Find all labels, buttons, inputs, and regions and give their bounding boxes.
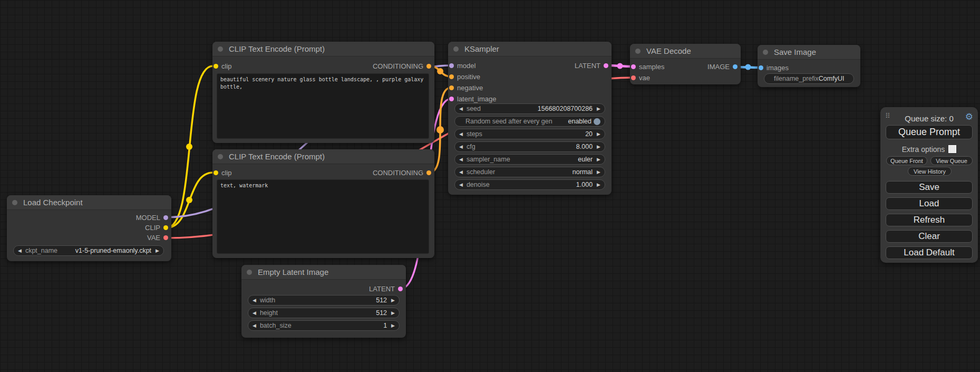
widget-random-seed-toggle[interactable]: Random seed after every gen enabled [454,116,605,127]
input-slot-model[interactable]: model [448,61,476,70]
node-title-bar[interactable]: CLIP Text Encode (Prompt) [212,42,434,56]
decrement-arrow-icon[interactable]: ◀ [459,132,463,137]
widget-batch-size[interactable]: ◀ batch_size 1 ▶ [248,320,400,331]
output-slot-latent[interactable]: LATENT [369,284,406,293]
negative-prompt-textarea[interactable]: text, watermark [217,179,429,254]
output-slot-image[interactable]: IMAGE [707,62,741,71]
clip-input-dot[interactable] [214,170,218,175]
settings-gear-icon[interactable]: ⚙ [965,111,973,122]
node-save-image[interactable]: Save Image images filename_prefix ComfyU… [758,45,860,87]
decrement-arrow-icon[interactable]: ◀ [18,249,22,253]
increment-arrow-icon[interactable]: ▶ [597,107,600,111]
conditioning-output-dot[interactable] [426,170,431,175]
node-load-checkpoint[interactable]: Load Checkpoint MODEL CLIP VAE ◀ ckpt_na… [7,195,171,261]
clear-button[interactable]: Clear [886,230,973,243]
node-title-bar[interactable]: KSampler [448,42,612,56]
node-vae-decode[interactable]: VAE Decode samples vae IMAGE [630,44,741,84]
load-button[interactable]: Load [886,197,973,210]
input-slot-clip[interactable]: clip [212,61,232,71]
node-ksampler[interactable]: KSampler model positive negative latent_… [448,42,612,195]
positive-input-dot[interactable] [449,74,454,79]
decrement-arrow-icon[interactable]: ◀ [459,145,463,149]
decrement-arrow-icon[interactable]: ◀ [253,311,256,316]
increment-arrow-icon[interactable]: ▶ [597,145,600,149]
decrement-arrow-icon[interactable]: ◀ [459,157,463,162]
node-title-bar[interactable]: Empty Latent Image [241,265,406,280]
widget-denoise[interactable]: ◀ denoise 1.000 ▶ [454,179,605,190]
positive-prompt-textarea[interactable]: beautiful scenery nature glass bottle la… [217,73,429,139]
conditioning-output-dot[interactable] [426,64,431,69]
output-slot-latent[interactable]: LATENT [575,61,612,70]
sampler-name-value: euler [578,156,593,163]
widget-scheduler[interactable]: ◀ scheduler normal ▶ [454,167,605,177]
widget-seed[interactable]: ◀ seed 156680208700286 ▶ [454,103,605,114]
decrement-arrow-icon[interactable]: ◀ [253,323,256,328]
node-title: Empty Latent Image [258,268,328,276]
queue-front-button[interactable]: Queue Front [886,156,927,165]
widget-width[interactable]: ◀ width 512 ▶ [248,295,400,306]
load-default-button[interactable]: Load Default [886,246,973,259]
latent-output-dot[interactable] [604,63,608,68]
image-output-dot[interactable] [733,64,738,69]
model-output-dot[interactable] [163,215,168,220]
node-clip-text-encode-negative[interactable]: CLIP Text Encode (Prompt) clip CONDITION… [212,149,434,258]
increment-arrow-icon[interactable]: ▶ [597,157,600,162]
link-dot [437,68,443,74]
view-queue-button[interactable]: View Queue [930,156,973,165]
node-title-bar[interactable]: Load Checkpoint [7,195,171,210]
node-empty-latent-image[interactable]: Empty Latent Image LATENT ◀ width 512 ▶ … [241,265,406,338]
node-graph-canvas[interactable]: Load Checkpoint MODEL CLIP VAE ◀ ckpt_na… [0,0,980,372]
vae-input-dot[interactable] [631,75,636,80]
input-slot-vae[interactable]: vae [630,73,650,82]
input-slot-positive[interactable]: positive [448,72,480,81]
decrement-arrow-icon[interactable]: ◀ [459,183,463,187]
refresh-button[interactable]: Refresh [886,214,973,226]
samples-input-dot[interactable] [631,64,636,69]
view-history-button[interactable]: View History [908,167,952,176]
widget-height[interactable]: ◀ height 512 ▶ [248,308,400,318]
images-input-dot[interactable] [759,65,763,70]
output-slot-vae[interactable]: VAE [147,233,171,242]
input-slot-clip[interactable]: clip [212,168,232,177]
latent-input-dot[interactable] [449,97,454,101]
queue-prompt-button[interactable]: Queue Prompt [886,125,973,139]
output-slot-clip[interactable]: CLIP [145,223,171,232]
extra-options-checkbox[interactable] [948,145,956,153]
widget-filename-prefix[interactable]: filename_prefix ComfyUI [764,73,854,84]
input-slot-negative[interactable]: negative [448,83,483,92]
latent-output-dot[interactable] [398,287,403,291]
increment-arrow-icon[interactable]: ▶ [597,170,600,175]
negative-input-dot[interactable] [449,85,454,90]
widget-steps[interactable]: ◀ steps 20 ▶ [454,129,605,139]
toggle-knob[interactable] [594,118,600,125]
clip-output-dot[interactable] [163,225,168,230]
widget-ckpt-name[interactable]: ◀ ckpt_name v1-5-pruned-emaonly.ckpt ▶ [13,245,164,256]
output-slot-conditioning[interactable]: CONDITIONING [373,168,434,177]
model-input-dot[interactable] [449,63,454,68]
save-button[interactable]: Save [886,181,973,194]
input-slot-latent-image[interactable]: latent_image [448,94,496,103]
decrement-arrow-icon[interactable]: ◀ [459,107,463,111]
increment-arrow-icon[interactable]: ▶ [391,323,395,328]
vae-output-dot[interactable] [163,235,168,240]
increment-arrow-icon[interactable]: ▶ [391,298,395,303]
node-title: KSampler [464,44,499,53]
scheduler-value: normal [573,168,593,176]
increment-arrow-icon[interactable]: ▶ [597,132,600,137]
input-slot-samples[interactable]: samples [630,62,664,71]
output-slot-conditioning[interactable]: CONDITIONING [373,61,434,71]
node-title-bar[interactable]: Save Image [758,45,860,60]
output-slot-model[interactable]: MODEL [136,213,171,222]
increment-arrow-icon[interactable]: ▶ [391,311,395,316]
input-slot-images[interactable]: images [758,63,789,72]
node-title-bar[interactable]: VAE Decode [630,44,741,59]
node-clip-text-encode-positive[interactable]: CLIP Text Encode (Prompt) clip CONDITION… [212,42,434,143]
clip-input-dot[interactable] [214,64,218,69]
node-title-bar[interactable]: CLIP Text Encode (Prompt) [212,149,434,164]
widget-sampler-name[interactable]: ◀ sampler_name euler ▶ [454,154,605,165]
increment-arrow-icon[interactable]: ▶ [597,183,600,187]
decrement-arrow-icon[interactable]: ◀ [253,298,256,303]
widget-cfg[interactable]: ◀ cfg 8.000 ▶ [454,141,605,152]
increment-arrow-icon[interactable]: ▶ [156,249,159,253]
decrement-arrow-icon[interactable]: ◀ [459,170,463,175]
